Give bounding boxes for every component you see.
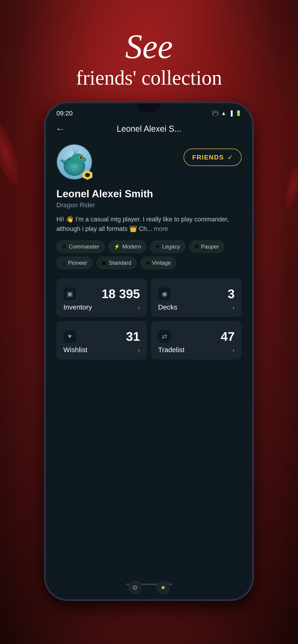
- inventory-arrow: ›: [138, 304, 140, 311]
- wifi-icon: ▲: [221, 110, 226, 116]
- friends-check-icon: ✓: [227, 153, 233, 161]
- tradelist-card-top: ⇄ 47: [158, 329, 235, 344]
- wishlist-icon: ♥: [68, 333, 72, 340]
- format-tag-label: Commander: [69, 244, 99, 250]
- headline-sub: friends' collection: [45, 66, 253, 90]
- stats-grid: ▣ 18 395 Inventory › ◉: [56, 278, 242, 360]
- headline-section: See friends' collection: [45, 28, 253, 90]
- signal-icon: ▐: [229, 110, 232, 116]
- bottom-nav-home[interactable]: ⊙: [128, 580, 142, 594]
- inventory-icon: ▣: [67, 290, 73, 298]
- format-tag-label: Standard: [109, 260, 131, 266]
- inventory-count: 18 395: [102, 286, 140, 301]
- wishlist-count: 31: [126, 329, 140, 344]
- format-tag-modern[interactable]: ⚡ Modern: [108, 240, 146, 253]
- inventory-card[interactable]: ▣ 18 395 Inventory ›: [56, 278, 147, 317]
- format-tag-commander[interactable]: ♛ Commander: [56, 240, 105, 253]
- profile-title: Dragon Rider: [56, 202, 242, 209]
- format-tag-label: Pauper: [201, 244, 219, 250]
- bio-more-link[interactable]: more: [154, 225, 168, 232]
- tradelist-icon-circle: ⇄: [158, 330, 171, 343]
- tradelist-icon: ⇄: [162, 333, 167, 340]
- decks-icon: ◉: [162, 290, 167, 298]
- format-tag-standard[interactable]: ▣ Standard: [96, 257, 137, 269]
- format-tag-pauper[interactable]: ✿ Pauper: [189, 240, 224, 253]
- format-tag-pioneer[interactable]: △ Pioneer: [56, 257, 93, 269]
- battery-icon: 🔋: [235, 110, 242, 116]
- phone-shell: 09:20 📳 ▲ ▐ 🔋 ← Leonel Alexei S...: [45, 102, 253, 600]
- profile-bio: Hi! 👋 I'm a casual mtg player. I really …: [56, 215, 242, 234]
- vibrate-icon: 📳: [212, 110, 218, 116]
- decks-card-top: ◉ 3: [158, 286, 235, 301]
- tradelist-label: Tradelist: [158, 346, 184, 354]
- phone-wrapper: 09:20 📳 ▲ ▐ 🔋 ← Leonel Alexei S...: [45, 102, 253, 612]
- format-tag-label: Vintage: [152, 260, 171, 266]
- app-header: ← Leonel Alexei S...: [46, 120, 252, 138]
- pauper-icon: ✿: [194, 244, 199, 250]
- coins-icon: ★: [160, 584, 166, 591]
- status-icons: 📳 ▲ ▐ 🔋: [212, 110, 242, 116]
- wishlist-card-top: ♥ 31: [63, 329, 140, 344]
- profile-top: FRIENDS ✓: [56, 144, 242, 181]
- format-tag-label: Pioneer: [68, 260, 87, 266]
- profile-section: FRIENDS ✓ Leonel Alexei Smith Dragon Rid…: [46, 139, 252, 371]
- decks-card[interactable]: ◉ 3 Decks ›: [151, 278, 242, 317]
- page-title: Leonel Alexei S...: [117, 124, 181, 134]
- modern-icon: ⚡: [114, 244, 120, 250]
- decks-arrow: ›: [232, 304, 235, 311]
- status-time: 09:20: [56, 110, 73, 117]
- wishlist-icon-circle: ♥: [63, 330, 76, 343]
- decks-label: Decks: [158, 303, 177, 311]
- svg-point-5: [80, 156, 82, 158]
- legacy-icon: ✦: [155, 244, 160, 250]
- avatar-container: [56, 144, 94, 181]
- format-tag-label: Legacy: [162, 244, 180, 250]
- bottom-nav-hint: ⊙ ★: [46, 571, 252, 599]
- tradelist-card[interactable]: ⇄ 47 Tradelist ›: [151, 321, 242, 360]
- wishlist-arrow: ›: [138, 346, 140, 354]
- vintage-icon: ◈: [146, 260, 150, 266]
- phone-side-button: [254, 218, 256, 236]
- standard-icon: ▣: [102, 260, 107, 266]
- inventory-icon-circle: ▣: [63, 288, 76, 300]
- decks-count: 3: [228, 286, 235, 301]
- pioneer-icon: △: [62, 260, 66, 266]
- back-button[interactable]: ←: [55, 123, 65, 134]
- friends-button[interactable]: FRIENDS ✓: [184, 148, 242, 166]
- format-tags: ♛ Commander ⚡ Modern ✦ Legacy ✿ Pauper: [56, 240, 242, 269]
- format-tag-vintage[interactable]: ◈ Vintage: [140, 257, 176, 269]
- phone-notch: [137, 104, 161, 112]
- friends-button-label: FRIENDS: [192, 154, 224, 161]
- wishlist-card[interactable]: ♥ 31 Wishlist ›: [56, 321, 147, 360]
- inventory-label: Inventory: [63, 303, 92, 311]
- profile-name: Leonel Alexei Smith: [56, 188, 242, 200]
- decks-card-bottom: Decks ›: [158, 303, 235, 311]
- phone-screen: 09:20 📳 ▲ ▐ 🔋 ← Leonel Alexei S...: [46, 104, 252, 599]
- wishlist-card-bottom: Wishlist ›: [63, 346, 140, 354]
- decks-icon-circle: ◉: [158, 288, 171, 300]
- tradelist-arrow: ›: [232, 346, 235, 354]
- inventory-card-top: ▣ 18 395: [63, 286, 140, 301]
- format-tag-legacy[interactable]: ✦ Legacy: [150, 240, 185, 253]
- inventory-card-bottom: Inventory ›: [63, 303, 140, 311]
- wishlist-label: Wishlist: [63, 346, 87, 354]
- headline-see: See: [45, 28, 253, 66]
- bottom-nav-coins[interactable]: ★: [156, 580, 170, 594]
- commander-icon: ♛: [62, 244, 66, 250]
- tradelist-count: 47: [221, 329, 235, 344]
- badge-icon: [85, 173, 90, 177]
- format-tag-label: Modern: [122, 244, 141, 250]
- bio-text: Hi! 👋 I'm a casual mtg player. I really …: [56, 216, 229, 232]
- home-icon: ⊙: [133, 584, 138, 591]
- tradelist-card-bottom: Tradelist ›: [158, 346, 235, 354]
